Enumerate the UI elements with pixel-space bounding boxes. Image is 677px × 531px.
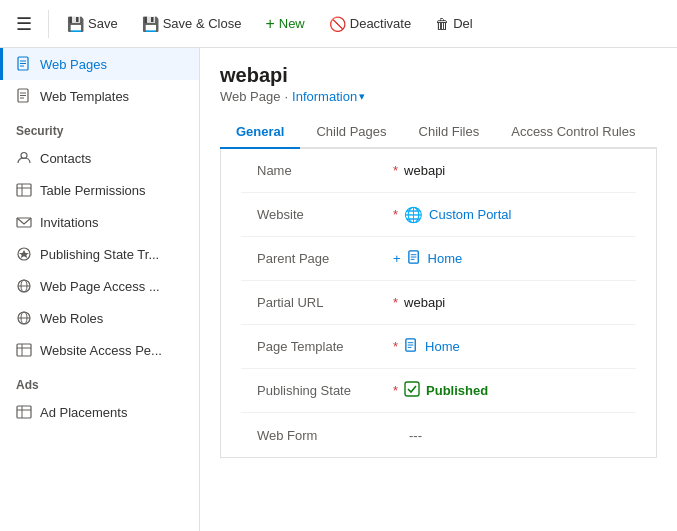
field-parent-page-row: Parent Page + Home (241, 237, 636, 281)
sidebar-item-web-page-access[interactable]: Web Page Access ... (0, 270, 199, 302)
page-template-link-text: Home (425, 339, 460, 354)
field-partial-url-value: webapi (404, 295, 445, 310)
ads-section-label: Ads (0, 366, 199, 396)
parent-page-icon (407, 250, 422, 268)
ad-placements-icon (16, 404, 32, 420)
security-section-label: Security (0, 112, 199, 142)
publishing-state-text: Published (426, 383, 488, 398)
tab-child-pages[interactable]: Child Pages (300, 116, 402, 149)
sidebar-label-web-page-access: Web Page Access ... (40, 279, 160, 294)
field-website-value[interactable]: 🌐 Custom Portal (404, 206, 511, 224)
toolbar-divider-1 (48, 10, 49, 38)
sidebar-item-web-pages[interactable]: Web Pages (0, 48, 199, 80)
svg-rect-9 (17, 184, 31, 196)
save-close-icon: 💾 (142, 16, 159, 32)
field-publishing-state-label: Publishing State (257, 383, 387, 398)
svg-rect-23 (17, 406, 31, 418)
main-layout: Web Pages Web Templates Security Contact… (0, 48, 677, 531)
page-template-icon (404, 338, 419, 356)
sidebar-item-ad-placements[interactable]: Ad Placements (0, 396, 199, 428)
save-label: Save (88, 16, 118, 31)
publishing-state-icon (404, 381, 420, 400)
hamburger-icon: ☰ (16, 13, 32, 35)
web-page-access-icon (16, 278, 32, 294)
sidebar: Web Pages Web Templates Security Contact… (0, 48, 200, 531)
field-web-form-row: Web Form --- (241, 413, 636, 457)
website-globe-icon: 🌐 (404, 206, 423, 224)
web-roles-icon (16, 310, 32, 326)
breadcrumb-separator: · (284, 89, 288, 104)
save-button[interactable]: 💾 Save (57, 10, 128, 38)
field-partial-url-label: Partial URL (257, 295, 387, 310)
delete-button[interactable]: 🗑 Del (425, 10, 483, 38)
field-name-label: Name (257, 163, 387, 178)
parent-page-link-text: Home (428, 251, 463, 266)
field-name-value: webapi (404, 163, 445, 178)
sidebar-label-contacts: Contacts (40, 151, 91, 166)
field-page-template-required: * (393, 339, 398, 354)
sidebar-item-website-access[interactable]: Website Access Pe... (0, 334, 199, 366)
sidebar-item-contacts[interactable]: Contacts (0, 142, 199, 174)
field-page-template-value[interactable]: Home (404, 338, 460, 356)
form-area: Name * webapi Website * 🌐 Custom Portal … (220, 149, 657, 458)
sidebar-item-publishing-state[interactable]: Publishing State Tr... (0, 238, 199, 270)
save-icon: 💾 (67, 16, 84, 32)
field-partial-url-required: * (393, 295, 398, 310)
tab-child-pages-label: Child Pages (316, 124, 386, 139)
sidebar-item-web-templates[interactable]: Web Templates (0, 80, 199, 112)
breadcrumb-chevron-icon: ▾ (359, 90, 365, 103)
save-close-label: Save & Close (163, 16, 242, 31)
deactivate-button[interactable]: 🚫 Deactivate (319, 10, 421, 38)
field-parent-page-value[interactable]: Home (407, 250, 463, 268)
field-name-required: * (393, 163, 398, 178)
hamburger-menu[interactable]: ☰ (8, 8, 40, 40)
table-permissions-icon (16, 182, 32, 198)
tab-access-control-rules-label: Access Control Rules (511, 124, 635, 139)
field-partial-url-row: Partial URL * webapi (241, 281, 636, 325)
tab-general-label: General (236, 124, 284, 139)
deactivate-icon: 🚫 (329, 16, 346, 32)
sidebar-label-web-roles: Web Roles (40, 311, 103, 326)
field-website-required: * (393, 207, 398, 222)
sidebar-item-web-roles[interactable]: Web Roles (0, 302, 199, 334)
sidebar-label-web-templates: Web Templates (40, 89, 129, 104)
breadcrumb-section[interactable]: Information ▾ (292, 89, 365, 104)
page-title: webapi (220, 64, 657, 87)
new-button[interactable]: + New (255, 9, 314, 39)
field-web-form-value: --- (409, 428, 422, 443)
tab-general[interactable]: General (220, 116, 300, 149)
publishing-state-icon (16, 246, 32, 262)
website-access-icon (16, 342, 32, 358)
save-close-button[interactable]: 💾 Save & Close (132, 10, 252, 38)
new-label: New (279, 16, 305, 31)
field-parent-page-required: + (393, 251, 401, 266)
tab-child-files-label: Child Files (419, 124, 480, 139)
svg-rect-20 (17, 344, 31, 356)
field-parent-page-label: Parent Page (257, 251, 387, 266)
field-publishing-state-value[interactable]: Published (404, 381, 488, 400)
new-icon: + (265, 15, 274, 33)
tab-child-files[interactable]: Child Files (403, 116, 496, 149)
page-header: webapi Web Page · Information ▾ (200, 48, 677, 104)
web-pages-icon (16, 56, 32, 72)
sidebar-item-table-permissions[interactable]: Table Permissions (0, 174, 199, 206)
invitations-icon (16, 214, 32, 230)
sidebar-label-website-access: Website Access Pe... (40, 343, 162, 358)
sidebar-label-ad-placements: Ad Placements (40, 405, 127, 420)
field-website-row: Website * 🌐 Custom Portal (241, 193, 636, 237)
sidebar-item-invitations[interactable]: Invitations (0, 206, 199, 238)
field-page-template-row: Page Template * Home (241, 325, 636, 369)
field-website-label: Website (257, 207, 387, 222)
contacts-icon (16, 150, 32, 166)
delete-label: Del (453, 16, 473, 31)
field-publishing-state-row: Publishing State * Published (241, 369, 636, 413)
tabs: General Child Pages Child Files Access C… (220, 116, 657, 149)
field-name-row: Name * webapi (241, 149, 636, 193)
breadcrumb: Web Page · Information ▾ (220, 89, 657, 104)
tab-access-control-rules[interactable]: Access Control Rules (495, 116, 651, 149)
website-link-text: Custom Portal (429, 207, 511, 222)
sidebar-label-publishing-state: Publishing State Tr... (40, 247, 159, 262)
field-publishing-state-required: * (393, 383, 398, 398)
svg-rect-34 (405, 382, 419, 396)
breadcrumb-type: Web Page (220, 89, 280, 104)
